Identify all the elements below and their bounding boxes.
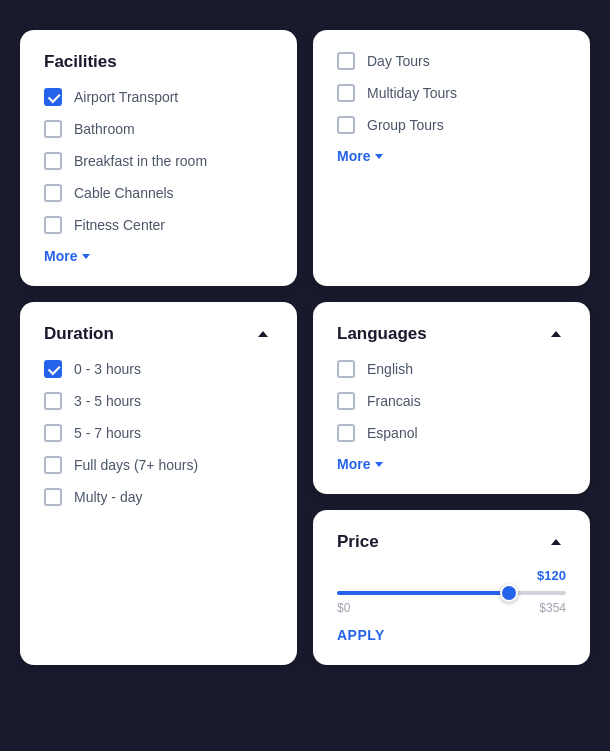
duration-item[interactable]: Multy - day (44, 488, 273, 506)
tours-card: Day Tours Multiday Tours Group Tours Mor… (313, 30, 590, 286)
languages-label-0: English (367, 361, 413, 377)
tours-checkbox-0[interactable] (337, 52, 355, 70)
facilities-item[interactable]: Breakfast in the room (44, 152, 273, 170)
tours-item[interactable]: Group Tours (337, 116, 566, 134)
languages-item[interactable]: English (337, 360, 566, 378)
facilities-checkbox-4[interactable] (44, 216, 62, 234)
tours-checkbox-1[interactable] (337, 84, 355, 102)
facilities-more-label: More (44, 248, 77, 264)
duration-checkbox-1[interactable] (44, 392, 62, 410)
languages-checkbox-0[interactable] (337, 360, 355, 378)
facilities-item[interactable]: Cable Channels (44, 184, 273, 202)
languages-item[interactable]: Espanol (337, 424, 566, 442)
duration-item[interactable]: 3 - 5 hours (44, 392, 273, 410)
price-min: $0 (337, 601, 350, 615)
price-slider-track (337, 591, 566, 595)
price-title: Price (337, 532, 379, 552)
duration-checkbox-0[interactable] (44, 360, 62, 378)
facilities-label-4: Fitness Center (74, 217, 165, 233)
duration-label-3: Full days (7+ hours) (74, 457, 198, 473)
facilities-checkbox-0[interactable] (44, 88, 62, 106)
languages-title: Languages (337, 324, 427, 344)
facilities-item[interactable]: Bathroom (44, 120, 273, 138)
duration-card: Duration 0 - 3 hours 3 - 5 hours 5 - 7 h… (20, 302, 297, 665)
facilities-checkbox-1[interactable] (44, 120, 62, 138)
languages-label-1: Francais (367, 393, 421, 409)
facilities-item[interactable]: Airport Transport (44, 88, 273, 106)
facilities-label-0: Airport Transport (74, 89, 178, 105)
facilities-checkbox-2[interactable] (44, 152, 62, 170)
languages-chevron-up (551, 331, 561, 337)
duration-chevron-up (258, 331, 268, 337)
tours-checkbox-2[interactable] (337, 116, 355, 134)
tours-label-2: Group Tours (367, 117, 444, 133)
price-chevron-up (551, 539, 561, 545)
price-card: Price $120 $0 $354 APPLY (313, 510, 590, 665)
tours-item[interactable]: Day Tours (337, 52, 566, 70)
languages-checkbox-1[interactable] (337, 392, 355, 410)
price-max: $354 (539, 601, 566, 615)
duration-checkbox-4[interactable] (44, 488, 62, 506)
tours-more-arrow-icon (375, 154, 383, 159)
tours-label-1: Multiday Tours (367, 85, 457, 101)
languages-item[interactable]: Francais (337, 392, 566, 410)
languages-checkbox-2[interactable] (337, 424, 355, 442)
price-collapse-icon[interactable] (546, 532, 566, 552)
tours-more-link[interactable]: More (337, 148, 566, 164)
duration-checkbox-3[interactable] (44, 456, 62, 474)
facilities-more-arrow-icon (82, 254, 90, 259)
facilities-card: Facilities Airport Transport Bathroom Br… (20, 30, 297, 286)
duration-checkbox-2[interactable] (44, 424, 62, 442)
languages-more-label: More (337, 456, 370, 472)
languages-more-arrow-icon (375, 462, 383, 467)
facilities-label-1: Bathroom (74, 121, 135, 137)
price-range: $0 $354 (337, 601, 566, 615)
facilities-more-link[interactable]: More (44, 248, 273, 264)
duration-label-0: 0 - 3 hours (74, 361, 141, 377)
facilities-label-3: Cable Channels (74, 185, 174, 201)
duration-item[interactable]: Full days (7+ hours) (44, 456, 273, 474)
duration-label-1: 3 - 5 hours (74, 393, 141, 409)
price-slider-thumb[interactable] (500, 584, 518, 602)
duration-item[interactable]: 0 - 3 hours (44, 360, 273, 378)
apply-button[interactable]: APPLY (337, 627, 566, 643)
facilities-label-2: Breakfast in the room (74, 153, 207, 169)
duration-label-2: 5 - 7 hours (74, 425, 141, 441)
duration-item[interactable]: 5 - 7 hours (44, 424, 273, 442)
languages-collapse-icon[interactable] (546, 324, 566, 344)
facilities-item[interactable]: Fitness Center (44, 216, 273, 234)
price-slider-fill (337, 591, 509, 595)
tours-item[interactable]: Multiday Tours (337, 84, 566, 102)
price-slider-container (337, 591, 566, 595)
facilities-title: Facilities (44, 52, 273, 72)
price-current-value: $120 (337, 568, 566, 583)
languages-label-2: Espanol (367, 425, 418, 441)
duration-title: Duration (44, 324, 114, 344)
facilities-checkbox-3[interactable] (44, 184, 62, 202)
languages-card: Languages English Francais Espanol More (313, 302, 590, 494)
languages-more-link[interactable]: More (337, 456, 566, 472)
tours-label-0: Day Tours (367, 53, 430, 69)
duration-collapse-icon[interactable] (253, 324, 273, 344)
tours-more-label: More (337, 148, 370, 164)
duration-label-4: Multy - day (74, 489, 142, 505)
